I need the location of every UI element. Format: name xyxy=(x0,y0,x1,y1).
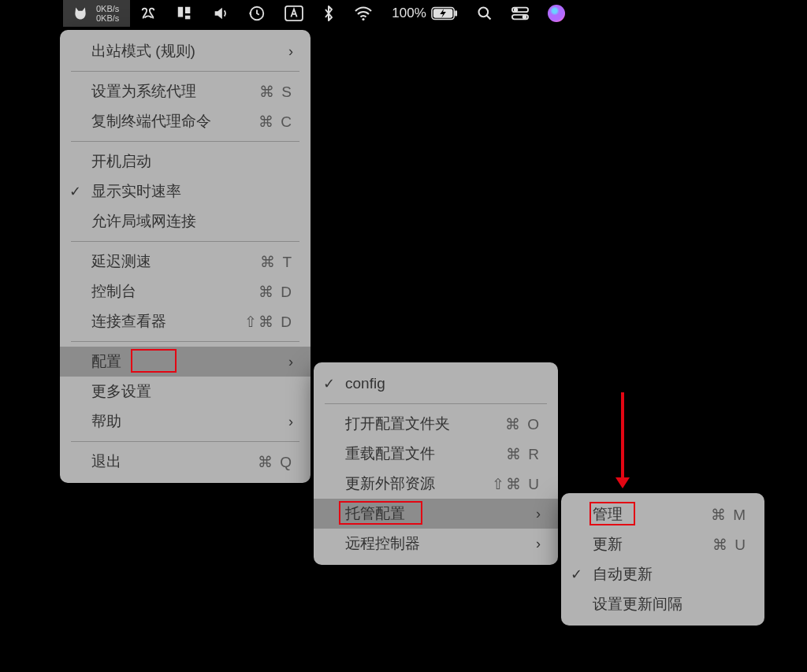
managed-config-submenu: 管理 ⌘ M 更新 ⌘ U ✓ 自动更新 设置更新间隔 xyxy=(561,493,764,626)
check-icon: ✓ xyxy=(69,183,81,200)
menu-separator xyxy=(325,403,547,404)
input-source-icon[interactable] xyxy=(275,0,313,27)
check-icon: ✓ xyxy=(323,375,335,392)
arrow-annotation xyxy=(621,392,624,477)
svg-point-5 xyxy=(363,18,365,20)
battery-percent-label: 100% xyxy=(392,6,426,21)
app-tray-item[interactable]: 0KB/s 0KB/s xyxy=(63,0,130,27)
shortcut: ⌘ R xyxy=(496,445,541,463)
submenu3-auto-update[interactable]: ✓ 自动更新 xyxy=(561,559,764,589)
menu-allow-lan[interactable]: 允许局域网连接 xyxy=(60,206,311,236)
pretzel-icon[interactable] xyxy=(130,0,166,27)
svg-rect-1 xyxy=(185,7,190,13)
bluetooth-icon[interactable] xyxy=(313,0,344,27)
macos-menubar: 0KB/s 0KB/s xyxy=(0,0,807,27)
shortcut: ⌘ C xyxy=(249,113,293,131)
menu-autostart[interactable]: 开机启动 xyxy=(60,147,311,176)
menu-help[interactable]: 帮助 › xyxy=(60,407,311,436)
shortcut: ⌘ D xyxy=(249,283,293,301)
submenu-remote-controller[interactable]: 远程控制器 › xyxy=(314,529,558,559)
shortcut: ⌘ Q xyxy=(249,453,293,471)
shortcut: ⌘ M xyxy=(703,506,747,524)
menu-quit[interactable]: 退出 ⌘ Q xyxy=(60,447,311,477)
battery-charging-icon xyxy=(431,6,458,20)
chevron-right-icon: › xyxy=(536,536,541,552)
menu-outbound-mode[interactable]: 出站模式 (规则) › xyxy=(60,36,311,66)
chevron-right-icon: › xyxy=(288,414,293,430)
speed-readout: 0KB/s 0KB/s xyxy=(96,4,119,23)
submenu-active-config[interactable]: ✓ config xyxy=(314,369,558,399)
menu-separator xyxy=(71,441,299,442)
cat-icon xyxy=(73,6,88,21)
control-center-icon[interactable] xyxy=(502,0,538,27)
submenu3-update[interactable]: 更新 ⌘ U xyxy=(561,529,764,559)
submenu3-set-interval[interactable]: 设置更新间隔 xyxy=(561,589,764,619)
svg-rect-2 xyxy=(185,16,190,20)
shortcut: ⌘ U xyxy=(703,536,747,554)
svg-point-11 xyxy=(515,9,518,12)
spotlight-icon[interactable] xyxy=(467,0,502,27)
app-main-menu: 出站模式 (规则) › 设置为系统代理 ⌘ S 复制终端代理命令 ⌘ C 开机启… xyxy=(60,30,311,483)
volume-icon[interactable] xyxy=(203,0,239,27)
menu-separator xyxy=(71,241,299,242)
menu-connection-viewer[interactable]: 连接查看器 ⇧⌘ D xyxy=(60,306,311,336)
menu-copy-terminal-cmd[interactable]: 复制终端代理命令 ⌘ C xyxy=(60,106,311,136)
submenu-update-external[interactable]: 更新外部资源 ⇧⌘ U xyxy=(314,469,558,499)
submenu-reload-config[interactable]: 重载配置文件 ⌘ R xyxy=(314,439,558,469)
menu-console[interactable]: 控制台 ⌘ D xyxy=(60,277,311,306)
svg-rect-0 xyxy=(178,7,183,17)
submenu3-manage[interactable]: 管理 ⌘ M xyxy=(561,499,764,529)
window-tiles-icon[interactable] xyxy=(166,0,203,27)
chevron-right-icon: › xyxy=(288,43,293,60)
menu-set-system-proxy[interactable]: 设置为系统代理 ⌘ S xyxy=(60,76,311,106)
battery-status[interactable]: 100% xyxy=(382,0,467,27)
svg-rect-7 xyxy=(455,10,457,17)
menu-show-speed[interactable]: ✓ 显示实时速率 xyxy=(60,176,311,206)
config-submenu: ✓ config 打开配置文件夹 ⌘ O 重载配置文件 ⌘ R 更新外部资源 ⇧… xyxy=(314,362,558,565)
menu-separator xyxy=(71,71,299,72)
submenu-managed-config[interactable]: 托管配置 › xyxy=(314,499,558,529)
check-icon: ✓ xyxy=(571,566,582,583)
shortcut: ⌘ T xyxy=(249,253,293,271)
menu-more-settings[interactable]: 更多设置 xyxy=(60,377,311,407)
chevron-right-icon: › xyxy=(536,506,541,522)
shortcut: ⇧⌘ D xyxy=(244,313,293,331)
submenu-open-folder[interactable]: 打开配置文件夹 ⌘ O xyxy=(314,409,558,439)
time-machine-icon[interactable] xyxy=(239,0,275,27)
shortcut: ⇧⌘ U xyxy=(492,475,541,493)
menu-separator xyxy=(71,141,299,142)
shortcut: ⌘ S xyxy=(249,83,293,101)
svg-point-9 xyxy=(478,8,488,17)
svg-point-13 xyxy=(523,16,526,19)
menu-latency-test[interactable]: 延迟测速 ⌘ T xyxy=(60,247,311,277)
siri-icon[interactable] xyxy=(538,0,575,27)
wifi-icon[interactable] xyxy=(344,0,382,27)
shortcut: ⌘ O xyxy=(496,415,541,433)
chevron-right-icon: › xyxy=(288,354,293,370)
menu-separator xyxy=(71,341,299,342)
menu-config[interactable]: 配置 › xyxy=(60,347,311,377)
